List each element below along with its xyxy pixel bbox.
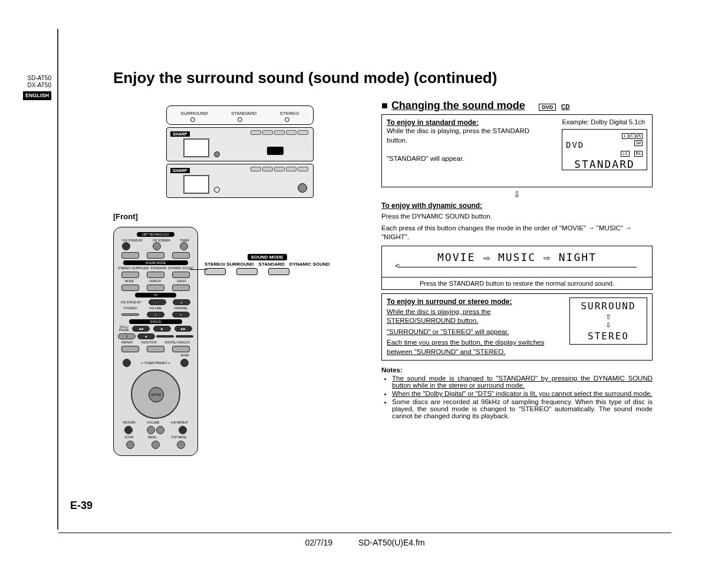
dvd-unit-illustration: SHARP bbox=[166, 127, 314, 161]
surround-stereo-box: To enjoy in surround or stereo mode: Whi… bbox=[381, 293, 653, 361]
dot-icon bbox=[238, 117, 242, 122]
callout-dynamic-sound: DYNAMIC SOUND bbox=[289, 262, 330, 267]
mode-cycle-diagram: MOVIE ⇨ MUSIC ⇨ NIGHT bbox=[381, 246, 653, 277]
lcd-surround: SURROUND bbox=[570, 300, 647, 312]
manual-page: SD-AT50 DX-AT50 ENGLISH Enjoy the surrou… bbox=[57, 29, 671, 530]
dot-icon bbox=[285, 117, 289, 122]
dpad-icon: ENTER bbox=[131, 369, 180, 419]
page-number: E-39 bbox=[70, 500, 93, 512]
lcd-stereo: STEREO bbox=[570, 330, 647, 342]
amp-unit-illustration: SHARP bbox=[166, 164, 314, 198]
remote-brand: 1BIT TECHNOLOGY bbox=[137, 232, 174, 237]
mode-night: NIGHT bbox=[559, 251, 597, 263]
right-arrow-icon: ⇨ bbox=[483, 253, 490, 263]
brand-label: SHARP bbox=[170, 131, 190, 137]
callout-standard: STANDARD bbox=[259, 262, 285, 267]
cycle-return-line bbox=[397, 267, 637, 273]
button-strip: SURROUND STANDARD STEREO bbox=[166, 105, 314, 125]
enter-button-icon: ENTER bbox=[149, 387, 164, 402]
footer-date: 02/7/19 bbox=[305, 538, 332, 547]
standard-line2: "STANDARD" will appear. bbox=[387, 155, 464, 162]
note-1: The sound mode is changed to "STANDARD" … bbox=[392, 375, 653, 389]
brand-label: SHARP bbox=[170, 168, 190, 173]
label-surround: SURROUND bbox=[181, 111, 208, 116]
callout-header: SOUND MODE bbox=[248, 254, 287, 260]
standard-mode-box: To enjoy in standard mode: Example: Dolb… bbox=[381, 114, 653, 187]
page-footer: 02/7/19 SD-AT50(U)E4.fm bbox=[58, 533, 671, 547]
callout-stereo-surround: STEREO/ SURROUND bbox=[205, 262, 254, 267]
leader-line bbox=[190, 269, 207, 270]
display-icon bbox=[183, 175, 209, 194]
model-number-1: SD-AT50 bbox=[9, 75, 51, 82]
note-3: Some discs are recorded at 96kHz of samp… bbox=[392, 398, 653, 419]
display-icon bbox=[183, 138, 209, 157]
model-number-2: DX-AT50 bbox=[9, 82, 51, 89]
surround-line2: "SURROUND" or "STEREO" will appear. bbox=[387, 328, 552, 337]
system-illustration: SURROUND STANDARD STEREO SHARP SHARP bbox=[166, 105, 314, 198]
label-stereo: STEREO bbox=[280, 111, 299, 116]
right-arrow-icon: ⇨ bbox=[543, 253, 551, 263]
remote-illustration-area: 1BIT TECHNOLOGY ON/ STAND-BY ON SCREEN T… bbox=[113, 227, 337, 474]
square-bullet-icon: ■ bbox=[381, 100, 388, 112]
label-standard: STANDARD bbox=[231, 111, 256, 116]
page-title: Enjoy the surround sound (sound mode) (c… bbox=[113, 69, 497, 87]
surround-line3: Each time you press the button, the disp… bbox=[387, 338, 552, 356]
lcd-standard-text: STANDARD bbox=[562, 158, 647, 170]
dvd-logo-icon bbox=[267, 147, 284, 155]
dynamic-line1: Press the DYNAMIC SOUND button. bbox=[381, 212, 653, 222]
surround-line1: While the disc is playing, press the STE… bbox=[387, 308, 552, 326]
lcd-display-standard: LCR DVD SW LS RS STANDARD bbox=[562, 129, 647, 170]
instruction-column: ■Changing the sound mode DVD CD To enjoy… bbox=[381, 100, 653, 421]
power-button-icon bbox=[122, 242, 130, 250]
section-title: Changing the sound mode bbox=[391, 100, 525, 111]
sound-mode-bar: SOUND MODE bbox=[123, 260, 188, 265]
knob-icon bbox=[214, 187, 220, 193]
dvd-badge: DVD bbox=[539, 104, 556, 111]
cd-badge: CD bbox=[561, 104, 569, 110]
mode-music: MUSIC bbox=[498, 251, 536, 263]
example-label: Example: Dolby Digital 5.1ch bbox=[562, 118, 645, 125]
footer-filename: SD-AT50(U)E4.fm bbox=[358, 538, 425, 547]
dynamic-heading: To enjoy with dynamic sound: bbox=[381, 201, 653, 210]
remote-control-illustration: 1BIT TECHNOLOGY ON/ STAND-BY ON SCREEN T… bbox=[113, 227, 198, 456]
lcd-surround-stereo: SURROUND ⇧⇩ STEREO bbox=[569, 297, 647, 345]
dynamic-sound-section: To enjoy with dynamic sound: Press the D… bbox=[381, 201, 653, 290]
lcd-dvd: DVD bbox=[566, 140, 584, 150]
notes-heading: Notes: bbox=[381, 366, 403, 373]
standard-line1: While the disc is playing, press the STA… bbox=[387, 127, 529, 144]
mode-movie: MOVIE bbox=[437, 251, 475, 263]
sound-mode-callout: SOUND MODE STEREO/ SURROUND STANDARD DYN… bbox=[205, 254, 330, 275]
knob-icon bbox=[214, 151, 220, 157]
up-down-arrow-icon: ⇧⇩ bbox=[570, 313, 647, 329]
section-heading-row: ■Changing the sound mode DVD CD bbox=[381, 100, 653, 112]
sidebar: SD-AT50 DX-AT50 ENGLISH bbox=[9, 75, 51, 100]
illustration-column: SURROUND STANDARD STEREO SHARP SHARP bbox=[113, 105, 367, 474]
front-label: [Front] bbox=[113, 212, 367, 221]
note-2: When the "Dolby Digital" or "DTS" indica… bbox=[392, 390, 653, 397]
restore-note: Press the STANDARD button to restore the… bbox=[381, 277, 653, 290]
notes-section: Notes: The sound mode is changed to "STA… bbox=[381, 366, 653, 419]
dot-icon bbox=[190, 117, 195, 122]
down-arrow-icon: ⇩ bbox=[381, 187, 653, 201]
knob-icon bbox=[298, 183, 307, 193]
language-badge: ENGLISH bbox=[23, 91, 51, 100]
